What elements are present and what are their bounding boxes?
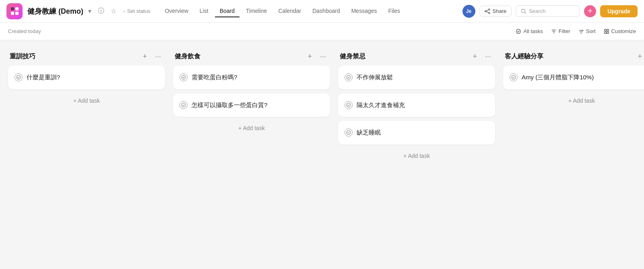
tab-messages[interactable]: Messages <box>347 5 382 17</box>
column-title-col4: 客人經驗分享 <box>505 52 632 61</box>
nav-tabs: Overview List Board Timeline Calendar Da… <box>160 5 405 17</box>
svg-point-2 <box>488 12 490 14</box>
column-add-button-col1[interactable]: + <box>140 52 149 62</box>
column-header-col2: 健身飲食+··· <box>173 52 330 62</box>
task-check-icon <box>180 73 188 81</box>
task-check-icon <box>510 73 518 81</box>
column-title-col2: 健身飲食 <box>175 52 302 61</box>
task-label: 什麼是重訓? <box>27 73 60 82</box>
task-label: 怎樣可以攝取多一些蛋白質? <box>192 101 267 110</box>
tab-calendar[interactable]: Calendar <box>273 5 306 17</box>
tab-overview[interactable]: Overview <box>160 5 193 17</box>
customize-button[interactable]: Customize <box>604 28 636 34</box>
filter-button[interactable]: Filter <box>551 28 570 34</box>
svg-point-22 <box>347 103 351 107</box>
toolbar: Created today All tasks Filter <box>0 23 644 40</box>
column-col4: 客人經驗分享+··· Amy (三個月體脂下降10%)+ Add task <box>503 52 644 258</box>
svg-rect-17 <box>607 31 608 33</box>
task-card[interactable]: Amy (三個月體脂下降10%) <box>503 66 644 89</box>
task-check-icon <box>345 73 353 81</box>
star-icon-button[interactable]: ☆ <box>109 6 118 17</box>
share-icon <box>485 8 490 14</box>
add-button[interactable]: + <box>584 5 596 17</box>
search-icon <box>521 8 526 14</box>
svg-point-19 <box>182 75 186 79</box>
column-more-button-col1[interactable]: ··· <box>153 52 163 62</box>
svg-point-21 <box>347 75 351 79</box>
task-label: 需要吃蛋白粉嗎? <box>192 73 237 82</box>
add-task-button-col4[interactable]: + Add task <box>503 93 644 108</box>
task-card[interactable]: 隔太久才進食補充 <box>338 93 495 117</box>
task-label: 隔太久才進食補充 <box>357 101 405 110</box>
column-title-col3: 健身禁忌 <box>340 52 467 61</box>
svg-rect-15 <box>607 29 608 31</box>
toolbar-right: All tasks Filter Sort <box>516 28 636 34</box>
column-add-button-col3[interactable]: + <box>470 52 479 62</box>
task-label: 不作伸展放鬆 <box>357 73 393 82</box>
project-title-group: 健身教練 (Demo) ▾ ⓘ ☆ ○ Set status <box>27 5 152 17</box>
task-label: Amy (三個月體脂下降10%) <box>522 73 594 82</box>
task-check-icon <box>345 128 353 137</box>
filter-icon <box>551 29 557 34</box>
task-card[interactable]: 需要吃蛋白粉嗎? <box>173 66 330 89</box>
add-task-button-col3[interactable]: + Add task <box>338 149 495 163</box>
add-task-button-col1[interactable]: + Add task <box>8 93 165 108</box>
tab-timeline[interactable]: Timeline <box>241 5 272 17</box>
svg-point-0 <box>488 8 490 10</box>
chevron-down-button[interactable]: ▾ <box>87 6 93 17</box>
task-check-icon <box>345 101 353 109</box>
tab-board[interactable]: Board <box>215 5 239 17</box>
column-more-button-col2[interactable]: ··· <box>318 52 328 62</box>
column-col1: 重訓技巧+··· 什麼是重訓?+ Add task <box>8 52 165 258</box>
all-tasks-icon <box>516 29 521 34</box>
sort-button[interactable]: Sort <box>578 28 596 34</box>
svg-line-6 <box>525 12 526 14</box>
project-title: 健身教練 (Demo) <box>27 6 83 16</box>
user-avatar: Je <box>462 5 475 18</box>
svg-rect-16 <box>604 31 606 33</box>
svg-point-24 <box>512 75 516 79</box>
top-nav: 健身教練 (Demo) ▾ ⓘ ☆ ○ Set status Overview … <box>0 0 644 23</box>
column-more-button-col3[interactable]: ··· <box>483 52 493 62</box>
info-icon-button[interactable]: ⓘ <box>96 5 106 17</box>
search-placeholder: Search <box>529 8 545 14</box>
column-col3: 健身禁忌+··· 不作伸展放鬆 隔太久才進食補充 缺乏睡眠+ Add task <box>338 52 495 258</box>
task-label: 缺乏睡眠 <box>357 128 381 137</box>
tab-list[interactable]: List <box>195 5 213 17</box>
sort-icon <box>578 29 584 34</box>
search-box[interactable]: Search <box>516 5 580 17</box>
task-card[interactable]: 什麼是重訓? <box>8 66 165 89</box>
task-card[interactable]: 怎樣可以攝取多一些蛋白質? <box>173 93 330 117</box>
svg-point-5 <box>522 9 525 12</box>
all-tasks-button[interactable]: All tasks <box>516 28 543 34</box>
svg-point-23 <box>347 130 351 134</box>
column-col2: 健身飲食+··· 需要吃蛋白粉嗎? 怎樣可以攝取多一些蛋白質?+ Add tas… <box>173 52 330 258</box>
customize-icon <box>604 29 609 34</box>
column-header-col3: 健身禁忌+··· <box>338 52 495 62</box>
svg-point-20 <box>182 103 186 107</box>
app-logo <box>6 3 23 19</box>
board: 重訓技巧+··· 什麼是重訓?+ Add task健身飲食+··· 需要吃蛋白粉… <box>0 40 644 269</box>
column-header-col4: 客人經驗分享+··· <box>503 52 644 62</box>
svg-point-1 <box>485 10 486 12</box>
task-check-icon <box>14 73 23 81</box>
task-card[interactable]: 不作伸展放鬆 <box>338 66 495 89</box>
svg-line-4 <box>486 11 488 12</box>
svg-line-3 <box>486 10 488 11</box>
task-card[interactable]: 缺乏睡眠 <box>338 121 495 145</box>
tab-files[interactable]: Files <box>384 5 405 17</box>
task-check-icon <box>180 101 188 109</box>
created-label: Created today <box>8 28 41 34</box>
column-title-col1: 重訓技巧 <box>10 52 137 61</box>
svg-rect-14 <box>604 29 606 31</box>
column-add-button-col2[interactable]: + <box>305 52 314 62</box>
column-header-col1: 重訓技巧+··· <box>8 52 165 62</box>
tab-dashboard[interactable]: Dashboard <box>308 5 345 17</box>
column-add-button-col4[interactable]: + <box>635 52 644 62</box>
share-button[interactable]: Share <box>479 6 512 17</box>
set-status-button[interactable]: ○ Set status <box>121 6 152 16</box>
add-task-button-col2[interactable]: + Add task <box>173 121 330 135</box>
upgrade-button[interactable]: Upgrade <box>600 5 638 17</box>
svg-point-18 <box>17 75 21 79</box>
nav-right: Je Share Search + Upgrade <box>462 5 638 18</box>
